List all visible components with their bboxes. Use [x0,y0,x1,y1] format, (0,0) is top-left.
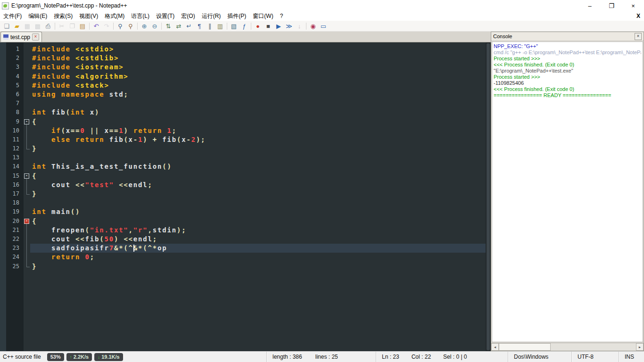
play-macro-icon[interactable]: ▶ [273,21,284,31]
line-number[interactable]: 18 [0,198,24,207]
code-line-21[interactable]: 21 freopen("in.txt","r",stdin); [0,226,486,235]
scrollbar-thumb[interactable] [487,43,490,350]
minimize-button[interactable]: – [579,0,601,11]
line-number[interactable]: 21 [0,226,24,235]
code-line-11[interactable]: 11 else return fib(x-1) + fib(x-2); [0,135,486,144]
encoding-label[interactable]: UTF-8 [571,352,619,362]
eol-format-label[interactable]: Dos\Windows [508,352,571,362]
menu-item-run[interactable]: 运行(R) [198,11,224,21]
code-line-24[interactable]: 24 return 0; [0,253,486,262]
line-number[interactable]: 4 [0,72,24,81]
console-title-bar[interactable]: Console × [491,32,644,41]
indent-guide-icon[interactable]: ∥ [205,21,215,31]
fold-marker[interactable] [24,189,30,198]
code-line-16[interactable]: 16 cout <<"test" <<endl; [0,181,486,189]
code-line-9[interactable]: 9-{ [0,117,486,126]
line-number[interactable]: 24 [0,253,24,262]
line-number[interactable]: 3 [0,63,24,72]
line-number[interactable]: 2 [0,54,24,63]
fold-collapse-icon[interactable]: - [24,119,29,124]
scroll-left-arrow[interactable]: ◄ [491,343,499,351]
console-horizontal-scrollbar[interactable]: ◄ ► [491,343,644,351]
menu-item-format[interactable]: 格式(M) [101,11,128,21]
zoom-out-icon[interactable]: ⊖ [149,21,160,31]
nppexec-console-icon[interactable]: ▭ [318,21,329,31]
code-line-23[interactable]: 23 sadfoipasifr7&*(^&*(^*op [0,244,486,253]
fold-collapse-icon-active[interactable]: - [24,219,29,224]
menu-item-edit[interactable]: 编辑(E) [25,11,50,21]
console-output[interactable]: NPP_EXEC: "G++"cmd /c "g++ -o E:\program… [492,41,643,342]
fold-marker[interactable] [24,144,30,153]
fold-marker[interactable] [24,181,30,189]
code-line-7[interactable]: 7 [0,99,486,108]
stop-macro-icon[interactable]: ■ [263,21,273,31]
code-line-8[interactable]: 8int fib(int x) [0,108,486,117]
editor-vertical-scrollbar[interactable] [486,42,491,351]
code-line-5[interactable]: 5#include <stack> [0,81,486,90]
line-number[interactable]: 14 [0,162,24,171]
function-list-icon[interactable]: ƒ [239,21,249,31]
sync-vertical-scroll-icon[interactable]: ⇅ [163,21,173,31]
line-number[interactable]: 9 [0,117,24,126]
user-defined-dialog-icon[interactable]: ▥ [215,21,225,31]
line-number[interactable]: 15 [0,172,24,181]
menu-item-macro[interactable]: 宏(O) [178,11,198,21]
find-icon[interactable]: ⚲ [115,21,125,31]
code-line-4[interactable]: 4#include <algorithm> [0,72,486,81]
fold-marker[interactable] [24,253,30,262]
paste-icon[interactable]: ▤ [77,21,88,31]
code-line-13[interactable]: 13 [0,153,486,162]
code-line-1[interactable]: 1#include <cstdio> [0,45,486,54]
editor[interactable]: 1#include <cstdio>2#include <cstdlib>3#i… [0,42,486,351]
line-number[interactable]: 11 [0,135,24,144]
zoom-in-icon[interactable]: ⊕ [139,21,149,31]
code-line-14[interactable]: 14int This_is_a_test_function() [0,162,486,171]
code-line-12[interactable]: 12} [0,144,486,153]
code-line-6[interactable]: 6using namespace std; [0,90,486,99]
undo-icon[interactable]: ↶ [91,21,101,31]
line-number[interactable]: 17 [0,189,24,198]
fold-marker[interactable] [24,262,30,271]
code-line-20[interactable]: 20-{ [0,217,486,226]
line-number[interactable]: 22 [0,235,24,244]
tab-close-icon[interactable]: × [32,33,39,41]
show-all-characters-icon[interactable]: ¶ [194,21,205,31]
line-number[interactable]: 5 [0,81,24,90]
sync-horizontal-scroll-icon[interactable]: ⇄ [173,21,184,31]
menu-item-file[interactable]: 文件(F) [0,11,25,21]
scrollbar-track[interactable] [499,343,636,351]
line-number[interactable]: 1 [0,45,24,54]
line-number[interactable]: 23 [0,244,24,253]
scrollbar-thumb[interactable] [499,343,551,351]
line-number[interactable]: 16 [0,181,24,189]
code-line-3[interactable]: 3#include <iostream> [0,63,486,72]
fold-collapse-icon[interactable]: - [24,173,29,179]
new-file-icon[interactable]: ❏ [1,21,12,31]
line-number[interactable]: 25 [0,262,24,271]
line-number[interactable]: 7 [0,99,24,108]
tab-test-cpp[interactable]: test.cpp × [0,32,42,42]
console-close-button[interactable]: × [635,33,642,40]
code-line-22[interactable]: 22 cout <<fib(50) <<endl; [0,235,486,244]
code-line-17[interactable]: 17} [0,189,486,198]
document-close-button[interactable]: X [636,11,640,21]
code-line-18[interactable]: 18 [0,198,486,207]
restore-button[interactable]: ❐ [601,0,622,11]
menu-item-language[interactable]: 语言(L) [128,11,153,21]
code-line-19[interactable]: 19int main() [0,207,486,216]
menu-item-settings[interactable]: 设置(T) [153,11,178,21]
fold-marker[interactable] [24,126,30,135]
menu-item-view[interactable]: 视图(V) [76,11,101,21]
menu-item-window[interactable]: 窗口(W) [249,11,276,21]
fold-marker[interactable] [24,235,30,244]
menu-item-search[interactable]: 搜索(S) [50,11,76,21]
fold-marker[interactable] [24,244,30,253]
fold-marker[interactable] [24,226,30,235]
insert-mode-label[interactable]: INS [619,352,644,362]
replace-icon[interactable]: ⚲ [125,21,136,31]
fold-marker[interactable]: - [24,217,30,226]
document-map-icon[interactable]: ▧ [229,21,239,31]
line-number[interactable]: 20 [0,217,24,226]
fold-marker[interactable]: - [24,117,30,126]
line-number[interactable]: 13 [0,153,24,162]
